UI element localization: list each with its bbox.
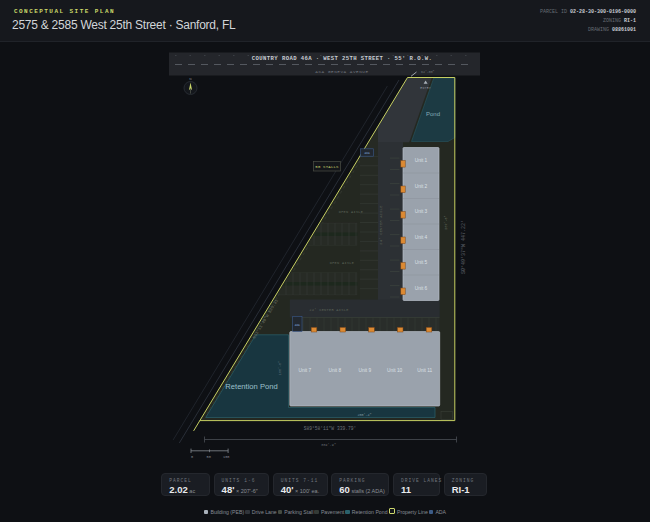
svg-text:50 STALLS: 50 STALLS xyxy=(315,165,339,169)
svg-text:Pond: Pond xyxy=(426,111,440,117)
svg-text:Unit 5: Unit 5 xyxy=(415,260,428,265)
svg-text:Unit 2: Unit 2 xyxy=(415,184,428,189)
svg-text:Unit 8: Unit 8 xyxy=(329,368,342,373)
svg-text:Unit 1: Unit 1 xyxy=(415,158,428,163)
svg-text:ADA: ADA xyxy=(295,324,300,327)
svg-text:64'-00″: 64'-00″ xyxy=(421,70,434,74)
svg-text:OPEN AISLE: OPEN AISLE xyxy=(339,210,364,214)
svg-text:ENTRY: ENTRY xyxy=(420,87,431,90)
svg-text:100'-0″: 100'-0″ xyxy=(278,361,282,375)
svg-text:Unit 3: Unit 3 xyxy=(415,209,428,214)
svg-text:Unit 9: Unit 9 xyxy=(359,368,372,373)
svg-text:24' CENTER AISLE: 24' CENTER AISLE xyxy=(309,308,348,312)
svg-text:200'-4″: 200'-4″ xyxy=(357,413,371,417)
svg-text:S0°49'37″W 447.22': S0°49'37″W 447.22' xyxy=(461,220,467,274)
svg-text:S89°58'11″W 339.79': S89°58'11″W 339.79' xyxy=(304,426,356,431)
svg-text:OPEN AISLE: OPEN AISLE xyxy=(330,261,355,265)
svg-text:100: 100 xyxy=(223,455,229,459)
svg-text:ADA: ADA xyxy=(365,152,370,155)
svg-text:0: 0 xyxy=(191,455,193,459)
svg-text:Unit 4: Unit 4 xyxy=(415,235,428,240)
svg-text:Unit 6: Unit 6 xyxy=(415,286,428,291)
svg-text:AKA GENEVA AVENUE: AKA GENEVA AVENUE xyxy=(315,69,368,74)
svg-text:COUNTRY ROAD 46A · WEST 25TH S: COUNTRY ROAD 46A · WEST 25TH STREET · 55… xyxy=(252,55,432,62)
svg-text:50: 50 xyxy=(207,455,211,459)
svg-text:Unit 10: Unit 10 xyxy=(387,368,403,373)
svg-text:339'-9″: 339'-9″ xyxy=(321,443,336,447)
svg-text:24' CENTER AISLE: 24' CENTER AISLE xyxy=(379,205,383,244)
svg-text:Unit 11: Unit 11 xyxy=(417,368,432,373)
svg-text:Retention Pond: Retention Pond xyxy=(225,382,277,391)
svg-text:N: N xyxy=(189,77,192,81)
svg-text:Unit 7: Unit 7 xyxy=(299,368,312,373)
svg-text:207'-6″: 207'-6″ xyxy=(444,215,448,229)
